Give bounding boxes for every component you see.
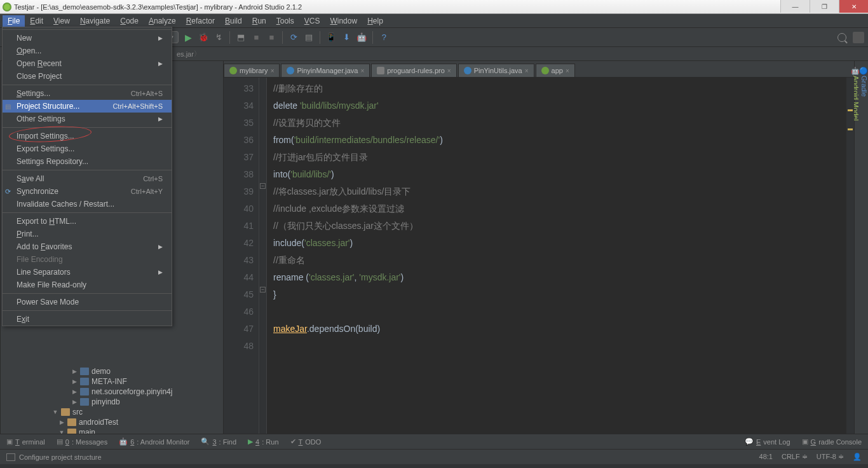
bottom-tool-bar: ▣ Terminal▤ 0: Messages🤖 6: Android Moni… [0,434,868,449]
right-tool-gutter: 🔵 Gradle 🤖 Android Model [854,61,868,434]
tree-item[interactable]: ▶pinyindb [14,397,223,407]
help-icon[interactable]: ? [378,32,390,43]
menu-item-settings-repository-[interactable]: Settings Repository... [3,155,172,168]
tool-terminal[interactable]: ▣ Terminal [6,437,45,446]
debug-icon[interactable]: 🐞 [198,32,209,43]
run-icon[interactable]: ▶ [182,32,194,43]
monitor-icon[interactable]: 🤖 [356,32,367,43]
fold-icon[interactable]: − [260,287,266,292]
menu-item-import-settings-[interactable]: Import Settings... [3,130,172,142]
menu-item-save-all[interactable]: Save AllCtrl+S [3,172,172,185]
structure-icon[interactable]: ▤ [303,32,315,43]
menu-code[interactable]: Code [115,15,144,27]
menu-run[interactable]: Run [247,15,271,27]
tree-item[interactable]: ▼src [14,407,223,417]
menu-navigate[interactable]: Navigate [75,15,115,27]
close-button[interactable]: ✕ [839,0,868,13]
menu-item-invalidate-caches-restart-[interactable]: Invalidate Caches / Restart... [3,198,172,210]
menu-item-exit[interactable]: Exit [3,313,172,326]
menu-item-file-encoding: File Encoding [3,253,172,266]
menu-item-power-save-mode[interactable]: Power Save Mode [3,296,172,308]
avd-icon[interactable]: 📱 [325,32,337,43]
menu-item-settings-[interactable]: Settings...Ctrl+Alt+S [3,87,172,100]
status-bar: Configure project structure 48:1 CRLF ≑ … [0,449,868,464]
sdk-icon[interactable]: ⬇ [341,32,352,43]
file-menu-dropdown: New▶Open...Open Recent▶Close ProjectSett… [2,27,172,326]
minimize-button[interactable]: — [780,0,810,13]
menu-item-close-project[interactable]: Close Project [3,70,172,83]
encoding[interactable]: UTF-8 ≑ [817,453,844,461]
editor-tab[interactable]: app × [536,64,575,77]
caret-position: 48:1 [759,453,773,461]
line-gutter: 33343536373839404142434445464748 [224,78,259,434]
tool-todo[interactable]: ✔ TODO [290,437,322,446]
user-icon[interactable] [853,32,864,43]
search-icon[interactable] [837,33,846,42]
menu-item-make-file-read-only[interactable]: Make File Read-only [3,279,172,291]
tree-item[interactable]: ▶androidTest [14,417,223,427]
menu-item-add-to-favorites[interactable]: Add to Favorites▶ [3,240,172,253]
inspection-icon[interactable]: 👤 [853,453,862,461]
attach-icon[interactable]: ⬒ [235,32,247,43]
menu-build[interactable]: Build [220,15,247,27]
menu-item-project-structure-[interactable]: ▤Project Structure...Ctrl+Alt+Shift+S [3,100,172,113]
editor-tab[interactable]: PinyinManager.java × [281,64,370,77]
editor-tab[interactable]: PinYinUtils.java × [458,64,534,77]
menu-item-new[interactable]: New▶ [3,32,172,45]
menu-refactor[interactable]: Refactor [181,15,220,27]
fold-column: − − [259,78,267,434]
menu-item-print-[interactable]: Print... [3,228,172,240]
profile-icon[interactable]: ↯ [213,32,224,43]
maximize-button[interactable]: ❐ [810,0,839,13]
menu-tools[interactable]: Tools [271,15,299,27]
gradle-tool[interactable]: 🔵 Gradle [860,66,868,429]
menu-window[interactable]: Window [325,15,362,27]
status-icon[interactable] [6,453,15,461]
code-editor[interactable]: 33343536373839404142434445464748 − − //删… [224,78,854,434]
tool--android-monitor[interactable]: 🤖 6: Android Monitor [119,437,189,446]
window-title: Testjar - [E:\as_demo\easemob-sdk-3.2.3\… [14,3,302,11]
tree-item[interactable]: ▶META-INF [14,376,223,387]
editor-tab[interactable]: mylibrary × [224,64,280,77]
status-message: Configure project structure [19,453,102,461]
tool--messages[interactable]: ▤ 0: Messages [57,437,107,446]
sync-icon[interactable]: ⟳ [288,32,299,43]
error-stripe [846,78,854,434]
fold-icon[interactable]: − [260,183,266,189]
tree-item[interactable]: ▶demo [14,366,223,376]
tool--find[interactable]: 🔍 3: Find [201,437,236,446]
menu-file[interactable]: File [3,15,25,27]
menu-view[interactable]: View [48,15,75,27]
menu-item-open-recent[interactable]: Open Recent▶ [3,57,172,70]
tool-event-log[interactable]: 💬 Event Log [745,437,790,446]
menu-edit[interactable]: Edit [25,15,48,27]
menu-item-other-settings[interactable]: Other Settings▶ [3,113,172,125]
title-bar: Testjar - [E:\as_demo\easemob-sdk-3.2.3\… [0,0,868,14]
menu-analyze[interactable]: Analyze [144,15,181,27]
menu-item-open-[interactable]: Open... [3,45,172,57]
menu-bar: FileEditViewNavigateCodeAnalyzeRefactorB… [0,14,868,28]
line-ending[interactable]: CRLF ≑ [782,453,808,461]
stop2-icon[interactable]: ■ [266,32,277,43]
tool--run[interactable]: ▶ 4: Run [248,437,278,446]
menu-item-export-settings-[interactable]: Export Settings... [3,142,172,155]
editor-tab[interactable]: proguard-rules.pro × [371,64,456,77]
editor-tabs: mylibrary ×PinyinManager.java ×proguard-… [224,61,854,78]
menu-item-export-to-html-[interactable]: Export to HTML... [3,215,172,228]
tree-item[interactable]: ▼main [14,427,223,434]
menu-help[interactable]: Help [362,15,388,27]
tool-gradle-console[interactable]: ▣ Gradle Console [802,437,862,446]
app-icon [3,3,11,11]
menu-item-synchronize[interactable]: ⟳SynchronizeCtrl+Alt+Y [3,185,172,198]
window-controls: — ❐ ✕ [780,0,868,13]
menu-vcs[interactable]: VCS [299,15,325,27]
tree-item[interactable]: ▶net.sourceforge.pinyin4j [14,387,223,397]
stop-icon[interactable]: ■ [250,32,262,43]
menu-item-line-separators[interactable]: Line Separators▶ [3,266,172,279]
